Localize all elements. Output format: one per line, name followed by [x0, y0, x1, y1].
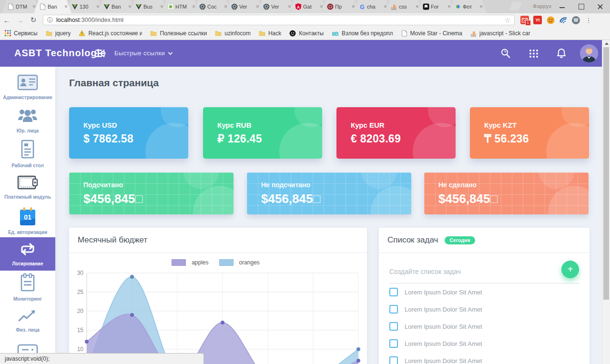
tab-close-icon[interactable]: ×: [416, 4, 419, 10]
task-checkbox[interactable]: [389, 339, 398, 348]
new-tab-button[interactable]: [509, 2, 522, 10]
svg-text:10: 10: [77, 346, 84, 353]
task-checkbox[interactable]: [389, 288, 398, 296]
sidebar-item-мониторинг[interactable]: Мониторинг: [0, 271, 55, 304]
page-scrollbar[interactable]: [602, 40, 610, 364]
tab-close-icon[interactable]: ×: [352, 4, 355, 10]
mail-extension-icon[interactable]: 1: [520, 16, 529, 24]
sidebar-item-рабочий-стол[interactable]: Рабочий стол: [0, 137, 55, 171]
currency-card-value: ₸ 56.236: [484, 132, 529, 145]
tab[interactable]: Ver×: [257, 0, 295, 13]
tab-close-icon[interactable]: ×: [32, 4, 36, 10]
tab-close-icon[interactable]: ×: [479, 4, 483, 10]
tab[interactable]: Ver×: [225, 0, 263, 13]
bookmark-item[interactable]: uzinfocom: [215, 30, 251, 37]
bell-icon[interactable]: [556, 48, 567, 61]
add-task-button[interactable]: +: [561, 261, 579, 278]
reload-button[interactable]: ↻: [27, 16, 40, 24]
flag-favicon: [71, 3, 78, 10]
bookmark-item[interactable]: jquery: [46, 30, 71, 37]
chartline-icon: [18, 309, 38, 325]
bookmark-star-icon[interactable]: ☆: [504, 16, 510, 24]
tab[interactable]: AGat×: [289, 0, 327, 13]
address-bar[interactable]: ⓘ localhost :3000/index.html ☆: [43, 15, 515, 25]
tab-close-icon[interactable]: ×: [160, 4, 163, 10]
task-checkbox[interactable]: [389, 322, 398, 331]
tab[interactable]: css×: [385, 0, 423, 13]
bookmark-item[interactable]: javascript - Slick car: [470, 30, 530, 37]
tab-label: Пр: [335, 4, 350, 10]
tab[interactable]: Gcha×: [353, 0, 391, 13]
tab[interactable]: Ban×: [34, 0, 71, 13]
tab[interactable]: Coc×: [193, 0, 231, 13]
tab-close-icon[interactable]: ×: [224, 4, 227, 10]
tab-close-icon[interactable]: ×: [96, 4, 100, 10]
tab-close-icon[interactable]: ×: [288, 4, 291, 10]
photos-favicon: [455, 3, 461, 10]
legend-swatch-apples: [172, 259, 186, 266]
bookmark-item[interactable]: Полезные ссылки: [150, 30, 207, 37]
tab[interactable]: For×: [417, 0, 455, 13]
bookmark-item[interactable]: Hack: [259, 30, 281, 37]
bookmark-label: uzinfocom: [224, 30, 251, 37]
minimize-button[interactable]: [553, 0, 572, 13]
bookmark-item[interactable]: 8BВзлом без предопл: [332, 30, 393, 37]
tab-close-icon[interactable]: ×: [320, 4, 323, 10]
maximize-button[interactable]: [572, 0, 591, 13]
tab-close-icon[interactable]: ×: [256, 4, 259, 10]
forward-button[interactable]: →: [13, 16, 27, 24]
sidebar-item-физ-лица[interactable]: Физ. лица: [0, 304, 55, 337]
sidebar-item-ед-авторизации[interactable]: 01Ед. авторизации: [0, 204, 55, 237]
sidebar-item-администрирование[interactable]: Администрирование: [0, 71, 55, 104]
w-extension-icon[interactable]: W: [572, 16, 580, 24]
tab[interactable]: HTM×: [162, 0, 199, 13]
bookmark-item[interactable]: React.js состояние и: [79, 30, 142, 37]
browser-menu-icon[interactable]: ⋮: [585, 19, 592, 21]
tab[interactable]: Ban×: [98, 0, 135, 13]
tab-close-icon[interactable]: ×: [128, 4, 132, 10]
teal-bookmark-icon: 8B: [332, 30, 339, 37]
task-checkbox[interactable]: [389, 356, 398, 364]
sidebar-item-юр-лица[interactable]: Юр. лица: [0, 104, 55, 137]
tab-close-icon[interactable]: ×: [64, 4, 68, 10]
quick-links-dropdown[interactable]: Быстрые ссылки: [114, 50, 172, 57]
bookmark-item[interactable]: Сервисы: [5, 30, 38, 37]
user-avatar[interactable]: [580, 44, 598, 62]
page-info-icon[interactable]: ⓘ: [47, 16, 53, 24]
legend-label: apples: [192, 259, 208, 266]
task-checkbox[interactable]: [389, 305, 398, 313]
tab-label: Ban: [48, 4, 63, 10]
folder-bookmark-icon: [215, 30, 222, 36]
tab[interactable]: 130×: [66, 0, 103, 13]
bookmark-item[interactable]: Movie Star - Cinema: [401, 30, 462, 37]
tab-close-icon[interactable]: ×: [192, 4, 195, 10]
scrollbar-thumb[interactable]: [603, 47, 609, 300]
bookmark-item[interactable]: Контакты: [289, 30, 324, 37]
apps-grid-icon[interactable]: [528, 48, 539, 61]
new-task-input[interactable]: [389, 268, 532, 275]
app-logo[interactable]: ASBT Technologic: [14, 48, 106, 59]
task-label: Lorem Ipsum Dolor Sit Amet: [405, 306, 482, 313]
tab[interactable]: Пр×: [321, 0, 359, 13]
tab[interactable]: Bus×: [130, 0, 167, 13]
search-icon[interactable]: [500, 48, 511, 61]
sidebar-item-label: Ед. авторизации: [8, 230, 47, 235]
emoji-extension-icon[interactable]: [546, 16, 555, 24]
task-list-card: Список задач Сегодня + Lorem Ipsum Dolor…: [379, 228, 590, 364]
scrollbar-up-arrow[interactable]: [605, 42, 609, 45]
back-button[interactable]: ←: [0, 16, 13, 24]
close-window-button[interactable]: [591, 0, 610, 13]
tab-close-icon[interactable]: ×: [384, 4, 387, 10]
task-row: Lorem Ipsum Dolor Sit Amet: [379, 335, 590, 352]
quick-links-list-icon[interactable]: [95, 49, 106, 60]
profile-name[interactable]: Фаррух: [533, 3, 551, 9]
jquery-extension-icon[interactable]: [559, 16, 568, 24]
sidebar-item-платежный-модуль[interactable]: Платежный модуль: [0, 171, 55, 204]
yt-extension-icon[interactable]: Yt: [533, 16, 542, 24]
currency-card-title: Курс EUR: [351, 121, 385, 129]
tab[interactable]: Фот×: [449, 0, 487, 13]
stat-card: Не сделано$456,845□: [424, 172, 589, 214]
sidebar-item-логирование[interactable]: Логирование: [0, 237, 55, 271]
tab-close-icon[interactable]: ×: [447, 4, 451, 10]
tab[interactable]: DTM×: [2, 0, 40, 13]
